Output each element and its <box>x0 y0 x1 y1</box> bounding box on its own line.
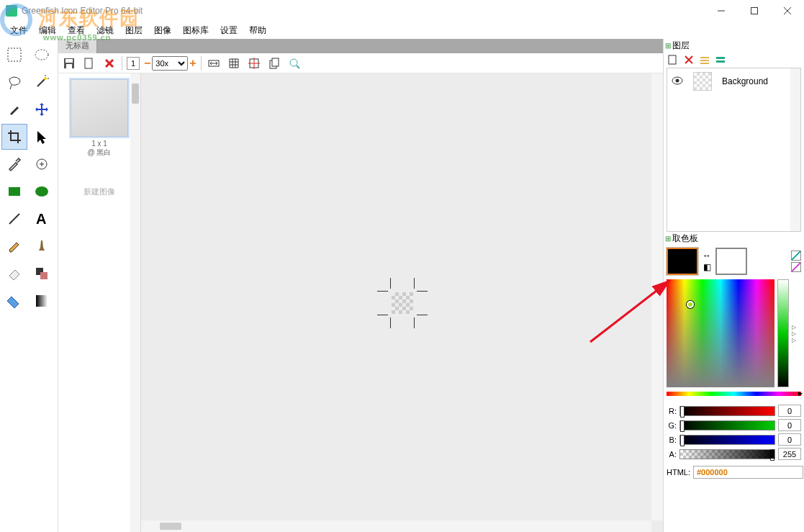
r-input[interactable] <box>778 405 801 417</box>
menu-filter[interactable]: 滤镜 <box>91 22 119 39</box>
tool-magic-wand[interactable] <box>29 69 55 95</box>
svg-rect-1 <box>751 8 758 14</box>
magnifier-icon[interactable] <box>286 55 302 71</box>
pages-icon[interactable] <box>266 55 282 71</box>
svg-point-14 <box>35 186 48 197</box>
layer-new-icon[interactable] <box>667 53 679 66</box>
mini-swatch-b[interactable] <box>791 262 801 272</box>
tool-retouch[interactable] <box>29 151 55 177</box>
foreground-swatch[interactable] <box>667 248 698 275</box>
tool-recolor[interactable] <box>29 261 55 287</box>
mini-swatch-a[interactable] <box>791 251 801 261</box>
canvas[interactable] <box>141 73 663 532</box>
a-slider[interactable] <box>679 449 775 459</box>
svg-rect-35 <box>669 55 676 64</box>
frame-number[interactable]: 1 <box>127 57 140 70</box>
svg-rect-13 <box>9 187 20 196</box>
svg-line-15 <box>9 214 19 224</box>
menu-file[interactable]: 文件 <box>4 22 33 39</box>
layers-panel-header[interactable]: 图层 <box>664 39 804 52</box>
swap-colors-icon[interactable]: ↔ <box>703 251 711 261</box>
color-panel: ↔ ◧ ▷▷▷ ▶ R: <box>664 245 804 532</box>
menu-view[interactable]: 查看 <box>62 22 91 39</box>
layers-toolbar <box>664 52 804 68</box>
svg-point-5 <box>35 50 48 60</box>
layer-merge-icon[interactable] <box>714 53 727 66</box>
tool-lasso[interactable] <box>1 69 27 95</box>
g-slider[interactable] <box>679 420 775 430</box>
new-page-icon[interactable] <box>81 55 97 71</box>
minimize-button[interactable] <box>705 0 738 22</box>
svg-point-33 <box>290 59 297 66</box>
color-spectrum[interactable] <box>667 279 774 387</box>
tool-pen[interactable] <box>1 96 27 122</box>
canvas-vscroll[interactable] <box>651 73 663 520</box>
svg-rect-4 <box>8 48 21 61</box>
tool-rectangle[interactable] <box>1 179 27 204</box>
a-label: A: <box>667 450 677 459</box>
tool-pencil[interactable] <box>1 233 27 259</box>
layers-scrollbar[interactable] <box>790 68 800 231</box>
tool-ellipse-select[interactable] <box>29 42 55 68</box>
new-image-button[interactable]: 新建图像 <box>83 186 115 197</box>
tool-bucket[interactable] <box>1 288 27 314</box>
canvas-hscroll[interactable] <box>141 520 651 532</box>
tool-eraser[interactable] <box>1 261 27 287</box>
svg-line-34 <box>297 66 299 68</box>
close-button[interactable] <box>771 0 804 22</box>
r-slider[interactable] <box>679 406 775 416</box>
svg-rect-42 <box>716 60 725 63</box>
tool-crop[interactable] <box>1 124 27 150</box>
b-slider[interactable] <box>679 435 775 445</box>
default-colors-icon[interactable]: ◧ <box>703 262 711 272</box>
save-icon[interactable] <box>61 55 77 71</box>
tool-move[interactable] <box>29 96 55 122</box>
menu-iconlib[interactable]: 图标库 <box>177 22 214 39</box>
menu-edit[interactable]: 编辑 <box>33 22 62 39</box>
zoom-in-button[interactable]: + <box>189 57 196 70</box>
zoom-select[interactable]: 30x <box>152 56 188 71</box>
layer-row[interactable]: Background <box>667 68 800 94</box>
svg-rect-40 <box>700 63 709 64</box>
tool-ellipse[interactable] <box>29 179 55 204</box>
delete-icon[interactable] <box>101 55 117 71</box>
hue-slider[interactable]: ▶ <box>667 392 801 396</box>
a-input[interactable] <box>778 448 801 460</box>
tool-pointer[interactable] <box>29 124 55 150</box>
layer-delete-icon[interactable] <box>682 53 695 66</box>
menu-layer[interactable]: 图层 <box>119 22 148 39</box>
document-tabs: 无标题 <box>58 39 663 53</box>
menu-image[interactable]: 图像 <box>148 22 177 39</box>
tool-text[interactable]: A <box>29 206 55 232</box>
html-input[interactable] <box>693 466 803 479</box>
svg-rect-39 <box>700 60 709 61</box>
tool-brush[interactable] <box>29 233 55 259</box>
tool-line[interactable] <box>1 206 27 232</box>
colors-panel-header[interactable]: 取色板 <box>664 232 804 245</box>
zoom-out-button[interactable]: − <box>144 57 150 70</box>
maximize-button[interactable] <box>738 0 771 22</box>
pages-scrollbar[interactable] <box>130 73 140 532</box>
page-thumbnail[interactable] <box>71 79 128 137</box>
background-swatch[interactable] <box>715 248 747 275</box>
page-size-label: 1 x 1 @ 黑白 <box>88 140 112 158</box>
svg-text:A: A <box>36 211 46 227</box>
g-input[interactable] <box>778 419 801 431</box>
center-grid-icon[interactable] <box>246 55 262 71</box>
tool-gradient[interactable] <box>29 288 55 314</box>
menu-help[interactable]: 帮助 <box>243 22 272 39</box>
svg-rect-21 <box>66 59 73 63</box>
b-input[interactable] <box>778 433 801 446</box>
tool-eyedropper[interactable] <box>1 151 27 177</box>
document-toolbar: 1 − 30x + <box>58 53 663 73</box>
menu-settings[interactable]: 设置 <box>214 22 243 39</box>
tool-rect-select[interactable] <box>1 42 27 68</box>
grid-icon[interactable] <box>226 55 242 71</box>
layer-props-icon[interactable] <box>698 53 711 66</box>
fit-width-icon[interactable] <box>206 55 222 71</box>
value-bar[interactable] <box>777 279 789 387</box>
tab-untitled[interactable]: 无标题 <box>58 39 97 53</box>
layer-thumbnail <box>693 72 712 91</box>
eye-icon[interactable] <box>672 76 683 87</box>
svg-rect-41 <box>716 57 725 59</box>
